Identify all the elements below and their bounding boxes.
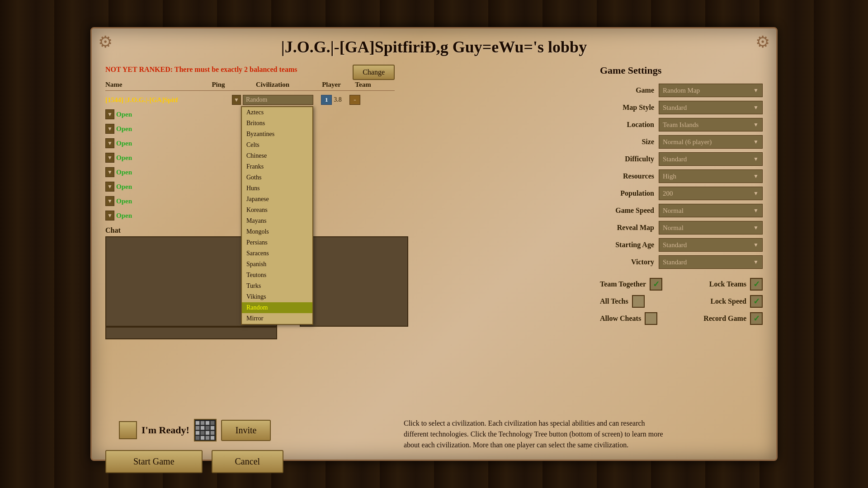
civ-item-koreans[interactable]: Koreans (242, 205, 312, 216)
host-civ-display[interactable]: Random (243, 95, 313, 105)
setting-population-arrow: ▼ (753, 190, 759, 197)
setting-victory-value[interactable]: Standard ▼ (659, 255, 763, 269)
tech-tree-button[interactable] (194, 419, 217, 441)
setting-revealmap-label: Reveal Map (600, 224, 659, 232)
civ-dropdown-arrow[interactable]: ▼ (232, 95, 241, 105)
record-game-checkmark: ✓ (753, 314, 760, 324)
setting-resources-value[interactable]: High ▼ (659, 169, 763, 183)
setting-gamespeed-value[interactable]: Normal ▼ (659, 204, 763, 217)
civ-item-japanese[interactable]: Japanese (242, 194, 312, 205)
setting-size-arrow: ▼ (753, 139, 759, 145)
all-techs-checkbox[interactable] (632, 295, 645, 308)
setting-startingage-value[interactable]: Standard ▼ (659, 238, 763, 252)
tech-grid-icon (195, 421, 215, 440)
civ-item-saracens[interactable]: Saracens (242, 248, 312, 259)
civilization-dropdown[interactable]: Aztecs Britons Byzantines Celts Chinese … (241, 106, 313, 325)
host-rating: 3.8 (334, 96, 342, 103)
checkbox-row-1: Team Together ✓ Lock Teams ✓ (600, 278, 763, 291)
setting-location-label: Location (600, 121, 659, 129)
slot8-arrow[interactable]: ▼ (105, 211, 114, 221)
civ-item-chinese[interactable]: Chinese (242, 150, 312, 161)
civ-item-byzantines[interactable]: Byzantines (242, 129, 312, 140)
civ-item-huns[interactable]: Huns (242, 183, 312, 194)
all-techs-label: All Techs (600, 297, 628, 305)
setting-revealmap: Reveal Map Normal ▼ (600, 221, 763, 235)
setting-startingage: Starting Age Standard ▼ (600, 238, 763, 252)
checkbox-row-3: Allow Cheats Record Game ✓ (600, 312, 763, 325)
civ-item-mongols[interactable]: Mongols (242, 226, 312, 237)
team-together-checkbox[interactable]: ✓ (650, 278, 662, 291)
civ-item-teutons[interactable]: Teutons (242, 270, 312, 281)
host-team-minus[interactable]: - (349, 95, 360, 105)
setting-mapstyle-text: Standard (663, 104, 687, 112)
slot6-label: Open (116, 183, 132, 191)
civ-item-franks[interactable]: Franks (242, 161, 312, 172)
setting-location-value[interactable]: Team Islands ▼ (659, 118, 763, 131)
civ-item-vikings[interactable]: Vikings (242, 291, 312, 302)
col-header-player: Player (313, 81, 349, 89)
civ-item-celts[interactable]: Celts (242, 140, 312, 150)
civ-item-turks[interactable]: Turks (242, 281, 312, 291)
change-button[interactable]: Change (353, 65, 395, 80)
allow-cheats-checkbox[interactable] (645, 312, 657, 325)
slot1-arrow[interactable]: ▼ (105, 109, 114, 119)
ready-checkbox[interactable] (119, 421, 137, 439)
setting-difficulty-value[interactable]: Standard ▼ (659, 152, 763, 166)
setting-difficulty-label: Difficulty (600, 155, 659, 163)
host-civ-value: Random (246, 96, 267, 103)
checkbox-row-2: All Techs Lock Speed ✓ (600, 295, 763, 308)
setting-resources: Resources High ▼ (600, 169, 763, 183)
ready-button[interactable]: I'm Ready! (119, 421, 189, 439)
lock-speed-checkmark: ✓ (753, 296, 760, 306)
corner-ornament-tr: ⚙ (751, 31, 774, 53)
civ-item-britons[interactable]: Britons (242, 118, 312, 129)
setting-game-arrow: ▼ (753, 87, 759, 94)
setting-difficulty-arrow: ▼ (753, 156, 759, 163)
civ-item-goths[interactable]: Goths (242, 172, 312, 183)
lock-teams-row: Lock Teams ✓ (709, 278, 763, 291)
slot4-arrow[interactable]: ▼ (105, 153, 114, 163)
lock-teams-checkbox[interactable]: ✓ (750, 278, 763, 291)
setting-game: Game Random Map ▼ (600, 84, 763, 97)
civ-item-mayans[interactable]: Mayans (242, 216, 312, 226)
setting-victory: Victory Standard ▼ (600, 255, 763, 269)
team-together-checkmark: ✓ (653, 279, 660, 289)
slot2-arrow[interactable]: ▼ (105, 124, 114, 134)
record-game-checkbox[interactable]: ✓ (750, 312, 763, 325)
start-game-button[interactable]: Start Game (105, 450, 203, 473)
civ-item-aztecs[interactable]: Aztecs (242, 107, 312, 118)
cancel-button[interactable]: Cancel (212, 450, 284, 473)
setting-mapstyle-value[interactable]: Standard ▼ (659, 101, 763, 114)
settings-title: Game Settings (600, 65, 763, 76)
setting-size-label: Size (600, 138, 659, 146)
slot6-arrow[interactable]: ▼ (105, 182, 114, 192)
host-player-row: [1544] |J.O.G.|-[GA]Spitf ▼ Random Aztec… (105, 93, 395, 107)
host-player-num: 1 (321, 95, 332, 105)
setting-population-value[interactable]: 200 ▼ (659, 187, 763, 200)
slot4-label: Open (116, 154, 132, 162)
civ-item-random[interactable]: Random (242, 302, 312, 313)
record-game-label: Record Game (703, 314, 746, 323)
setting-revealmap-arrow: ▼ (753, 225, 759, 231)
civ-item-mirror[interactable]: Mirror (242, 313, 312, 324)
setting-difficulty: Difficulty Standard ▼ (600, 152, 763, 166)
civ-item-persians[interactable]: Persians (242, 237, 312, 248)
slot5-arrow[interactable]: ▼ (105, 167, 114, 177)
setting-victory-text: Standard (663, 258, 687, 266)
setting-size-value[interactable]: Normal (6 player) ▼ (659, 135, 763, 149)
slot2-label: Open (116, 125, 132, 133)
slot7-arrow[interactable]: ▼ (105, 196, 114, 206)
chat-input[interactable] (105, 327, 277, 339)
setting-victory-arrow: ▼ (753, 259, 759, 266)
invite-button[interactable]: Invite (221, 420, 271, 441)
slot3-arrow[interactable]: ▼ (105, 138, 114, 148)
corner-ornament-tl: ⚙ (94, 31, 117, 53)
setting-gamespeed-arrow: ▼ (753, 207, 759, 214)
allow-cheats-label: Allow Cheats (600, 314, 641, 323)
setting-game-value[interactable]: Random Map ▼ (659, 84, 763, 97)
setting-population: Population 200 ▼ (600, 187, 763, 200)
lock-speed-checkbox[interactable]: ✓ (750, 295, 763, 308)
host-player-name: [1544] |J.O.G.|-[GA]Spitf (105, 96, 178, 103)
civ-item-spanish[interactable]: Spanish (242, 259, 312, 270)
setting-revealmap-value[interactable]: Normal ▼ (659, 221, 763, 235)
